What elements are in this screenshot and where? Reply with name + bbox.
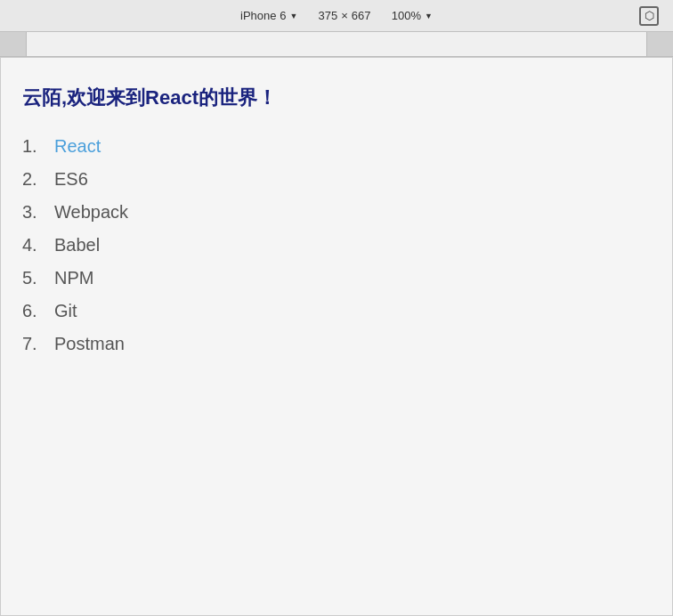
list-item-text: NPM (54, 268, 93, 288)
device-selector[interactable]: iPhone 6 ▼ (240, 9, 297, 22)
list-item-text: ES6 (54, 169, 88, 190)
list-item-text: Postman (54, 334, 125, 354)
page-heading: 云陌,欢迎来到React的世界！ (22, 85, 651, 111)
device-toolbar: iPhone 6 ▼ 375 × 667 100% ▼ ⬡ (0, 0, 673, 32)
dimensions-display: 375 × 667 (319, 9, 371, 22)
tech-list: 1.React2.ES63.Webpack4.Babel5.NPM6.Git7.… (22, 136, 651, 354)
list-item-text: Webpack (54, 202, 128, 223)
list-item: 1.React (22, 136, 651, 157)
browser-tabs-bar (0, 32, 673, 57)
list-item-number: 6. (22, 301, 54, 321)
list-item-text: Babel (54, 235, 100, 255)
tab-main[interactable] (27, 32, 646, 56)
list-item-number: 1. (22, 136, 54, 157)
list-item-number: 5. (22, 268, 54, 288)
separator-1 (304, 9, 311, 22)
list-item-number: 2. (22, 169, 54, 190)
rotate-button[interactable]: ⬡ (639, 6, 659, 26)
tab-right (646, 32, 673, 56)
page-content: 云陌,欢迎来到React的世界！ 1.React2.ES63.Webpack4.… (1, 58, 672, 615)
list-item: 3.Webpack (22, 202, 651, 223)
list-item: 2.ES6 (22, 169, 651, 190)
rotate-icon: ⬡ (645, 9, 654, 22)
list-item: 4.Babel (22, 235, 651, 255)
list-item-number: 3. (22, 202, 54, 223)
height-value: 667 (352, 9, 371, 22)
cross-symbol: × (341, 9, 348, 22)
zoom-selector[interactable]: 100% ▼ (392, 9, 433, 22)
width-value: 375 (319, 9, 338, 22)
list-item-text: React (54, 136, 101, 157)
list-item: 5.NPM (22, 268, 651, 288)
zoom-dropdown-arrow: ▼ (425, 12, 433, 20)
zoom-value: 100% (392, 9, 421, 22)
device-dropdown-arrow: ▼ (289, 12, 297, 20)
device-name-label: iPhone 6 (240, 9, 286, 22)
list-item-text: Git (54, 301, 77, 321)
tab-left (0, 32, 27, 56)
list-item: 6.Git (22, 301, 651, 321)
separator-2 (378, 9, 385, 22)
phone-frame: 云陌,欢迎来到React的世界！ 1.React2.ES63.Webpack4.… (0, 57, 673, 616)
list-item: 7.Postman (22, 334, 651, 354)
list-item-number: 7. (22, 334, 54, 354)
list-item-number: 4. (22, 235, 54, 255)
